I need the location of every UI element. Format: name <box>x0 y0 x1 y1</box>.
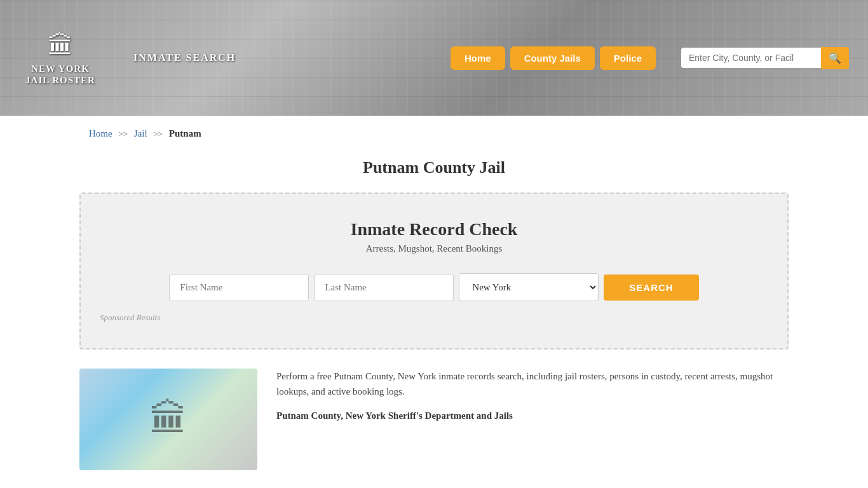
main-nav: Home County Jails Police <box>451 46 656 70</box>
breadcrumb-jail-link[interactable]: Jail <box>134 128 147 139</box>
breadcrumb: Home >> Jail >> Putnam <box>0 116 868 152</box>
first-name-input[interactable] <box>169 274 309 301</box>
body-paragraph1: Perform a free Putnam County, New York i… <box>276 369 789 399</box>
breadcrumb-sep1: >> <box>118 129 128 139</box>
inmate-search-form: AlabamaAlaskaArizonaArkansasCaliforniaCo… <box>100 273 768 301</box>
body-subheading: Putnam County, New York Sheriff's Depart… <box>276 408 789 423</box>
logo-area: 🏛 NEW YORK JAIL ROSTER <box>19 30 102 86</box>
sponsored-label: Sponsored Results <box>100 313 768 323</box>
search-submit-button[interactable]: SEARCH <box>604 274 698 301</box>
bottom-content: Perform a free Putnam County, New York i… <box>79 369 789 488</box>
breadcrumb-sep2: >> <box>153 129 163 139</box>
breadcrumb-current: Putnam <box>169 128 201 139</box>
nav-county-jails-button[interactable]: County Jails <box>510 46 595 70</box>
last-name-input[interactable] <box>314 274 454 301</box>
breadcrumb-home-link[interactable]: Home <box>89 128 112 139</box>
header-search-area: 🔍 <box>681 47 849 69</box>
body-text: Perform a free Putnam County, New York i… <box>276 369 789 470</box>
record-check-section: Inmate Record Check Arrests, Mugshot, Re… <box>79 193 789 349</box>
header-search-button[interactable]: 🔍 <box>821 47 849 69</box>
state-select[interactable]: AlabamaAlaskaArizonaArkansasCaliforniaCo… <box>459 273 599 301</box>
nav-police-button[interactable]: Police <box>600 46 656 70</box>
record-check-subtitle: Arrests, Mugshot, Recent Bookings <box>100 243 768 254</box>
nav-home-button[interactable]: Home <box>451 46 505 70</box>
site-header: 🏛 NEW YORK JAIL ROSTER INMATE SEARCH Hom… <box>0 0 868 116</box>
logo-title: NEW YORK JAIL ROSTER <box>25 63 95 86</box>
inmate-search-label: INMATE SEARCH <box>133 52 236 64</box>
record-check-title: Inmate Record Check <box>100 219 768 240</box>
page-title: Putnam County Jail <box>0 158 868 177</box>
facility-image <box>79 369 257 470</box>
logo-icon: 🏛 <box>48 30 73 60</box>
header-search-input[interactable] <box>681 48 821 68</box>
